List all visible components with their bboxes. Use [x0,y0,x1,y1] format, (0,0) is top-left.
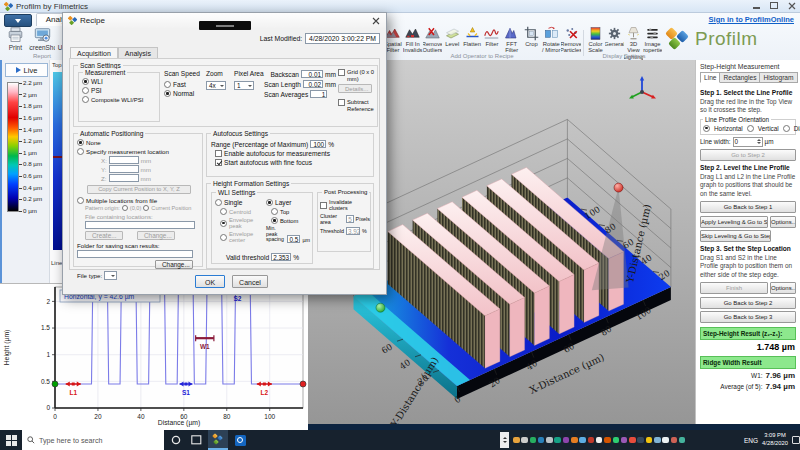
radio-origin-00[interactable] [122,205,128,211]
cluster-area-input[interactable]: 5 [346,215,353,223]
line-profile-chart[interactable]: 02040608010000.511.52Distance (µm)Height… [0,283,308,431]
profile-endpoint[interactable] [300,381,306,387]
change-button[interactable]: Change... [137,231,175,240]
tray-icon[interactable] [604,437,611,444]
image-properties-button[interactable]: Image Properties [643,26,662,54]
radio-top[interactable] [271,208,278,215]
finish-button[interactable]: Finish [700,282,768,294]
tab-acquisition[interactable]: Acquisition [70,47,118,58]
fill-in-invalids-button[interactable]: Fill In Invalids [403,26,423,54]
language-indicator[interactable]: ENG [744,430,758,450]
x-input[interactable] [109,156,139,164]
zoom-select[interactable]: 4x [206,81,226,90]
tab-rectangles[interactable]: Rectangles [720,72,760,83]
radio-fast[interactable] [164,81,171,88]
rotate-mirror-button[interactable]: Rotate / Mirror [541,26,561,54]
level-button[interactable]: Level [442,26,462,47]
go-back-step3-button[interactable]: Go Back to Step 3 [700,311,796,323]
general-button[interactable]: General [605,26,624,47]
z-input[interactable] [109,174,139,182]
radio-layer[interactable] [266,199,273,206]
y-input[interactable] [109,165,139,173]
dialog-close-button[interactable] [371,16,381,26]
apply-leveling-button[interactable]: Apply Leveling & Go to Step 3 [700,216,768,228]
flatten-button[interactable]: Flatten [462,26,482,47]
outlook-taskbar-icon[interactable] [230,430,250,450]
valid-threshold-input[interactable]: 2.353 [271,253,291,261]
leveling-options-button[interactable]: Options... [770,216,796,228]
green-endpoint-handle[interactable] [376,303,385,312]
skip-leveling-button[interactable]: Skip Leveling & Go to Step 3 [700,230,771,242]
radio-diagonal[interactable] [783,125,790,132]
step-options-button[interactable]: Options... [770,282,796,294]
start-button[interactable] [0,430,22,450]
fft-filter-button[interactable]: FFT Filter [502,26,522,54]
live-button[interactable]: Live [5,63,48,77]
radio-normal[interactable] [164,90,171,97]
radio-multiple-locations[interactable] [77,197,84,204]
tray-icon[interactable] [671,437,678,444]
scan-length-input[interactable]: 0.02 [303,80,323,88]
print-button[interactable]: Print [2,26,29,51]
remove-outliers-button[interactable]: Remove Outliers [423,26,443,54]
backscan-input[interactable]: 0.01 [301,70,323,78]
tab-analysis[interactable]: Analysis [118,47,158,58]
red-endpoint-handle[interactable] [614,183,623,192]
minimize-button[interactable] [751,1,761,10]
tray-icon[interactable] [546,437,553,444]
radio-none[interactable] [77,139,84,146]
invalidate-clusters-checkbox[interactable] [320,202,327,209]
tray-icon[interactable] [654,437,661,444]
tray-icon[interactable] [646,437,653,444]
cancel-button[interactable]: Cancel [232,275,268,288]
change-folder-button[interactable]: Change... [155,260,193,269]
color-scale-button[interactable]: Color Scale [586,26,605,54]
tray-icon[interactable] [513,437,520,444]
tray-icon[interactable] [679,437,686,444]
radio-wli[interactable] [82,78,89,85]
go-back-step1-button[interactable]: Go Back to Step 1 [700,201,796,213]
create-button[interactable]: Create... [85,231,123,240]
tray-icon[interactable] [579,437,586,444]
tray-icon[interactable] [521,437,528,444]
file-locations-input[interactable] [85,221,195,229]
copy-position-button[interactable]: Copy Current Position to X, Y, Z [87,185,191,194]
min-peak-input[interactable]: 0.5 [287,235,300,243]
taskbar-search-box[interactable]: Type here to search [22,430,164,450]
tray-icon[interactable] [637,437,644,444]
profile-endpoint[interactable] [52,381,58,387]
profilm-taskbar-icon[interactable] [208,430,228,450]
go-to-step2-button[interactable]: Go to Step 2 [700,149,796,161]
signin-link[interactable]: Sign in to ProfilmOnline [709,15,794,24]
radio-specify-location[interactable] [77,148,84,155]
file-type-select[interactable] [104,271,117,280]
maximize-button[interactable] [769,1,779,10]
tray-overflow-button[interactable] [500,432,509,448]
radio-composite[interactable] [82,96,89,103]
radio-bottom[interactable] [271,217,278,224]
tray-icon[interactable] [563,437,570,444]
folder-input[interactable] [77,250,193,258]
notification-center-icon[interactable] [792,436,800,444]
autofocus-range-input[interactable]: 100 [310,140,326,148]
radio-centroid[interactable] [220,208,227,215]
radio-envelope-peak[interactable] [220,220,227,227]
system-tray[interactable] [513,430,685,450]
tab-line[interactable]: Line [700,72,720,83]
tray-icon[interactable] [662,437,669,444]
taskbar-clock[interactable]: 3:09 PM 4/28/2020 [758,430,792,450]
tray-icon[interactable] [621,437,628,444]
enable-autofocus-checkbox[interactable] [215,150,222,157]
radio-psi[interactable] [82,87,89,94]
tray-icon[interactable] [588,437,595,444]
cortana-icon[interactable] [166,430,186,450]
task-view-icon[interactable] [186,430,206,450]
tab-histogram[interactable]: Histogram [760,72,797,83]
remove-particles-button[interactable]: Remove Particles [561,26,581,54]
radio-single[interactable] [215,199,222,206]
radio-envelope-center[interactable] [220,234,227,241]
subtract-reference-checkbox[interactable] [338,99,345,106]
line-width-stepper[interactable]: 0 [733,137,763,147]
tray-icon[interactable] [571,437,578,444]
grid-checkbox[interactable] [338,69,345,76]
